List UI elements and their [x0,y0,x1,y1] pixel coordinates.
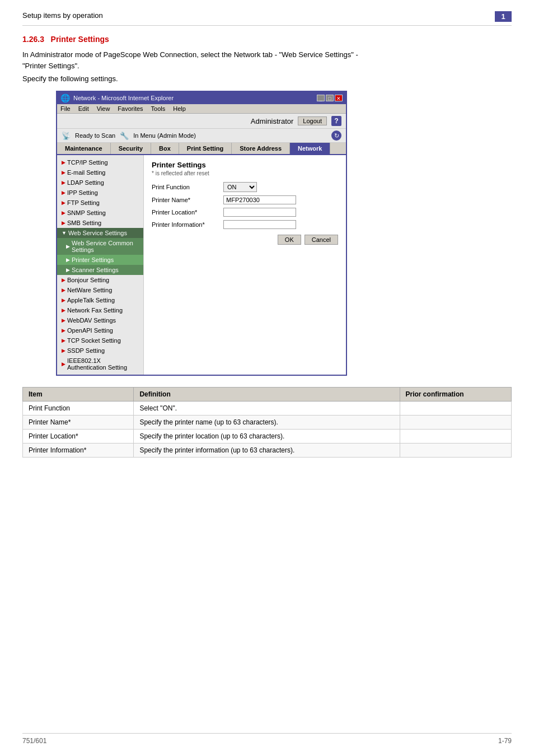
label-print-function: Print Function [152,184,219,190]
sidebar-item-ssdp[interactable]: ▶ SSDP Setting [57,346,143,356]
tab-print-setting[interactable]: Print Setting [179,143,232,154]
browser-content: ▶ TCP/IP Setting ▶ E-mail Setting ▶ LDAP… [57,155,346,375]
select-print-function[interactable]: ON OFF [223,182,257,192]
sidebar-item-smb[interactable]: ▶ SMB Setting [57,218,143,228]
ok-button[interactable]: OK [278,235,301,245]
sidebar-label-networkfax: Network Fax Setting [67,307,123,314]
tab-network[interactable]: Network [290,143,330,154]
form-row-print-function: Print Function ON OFF [152,182,338,192]
sidebar-item-appletalk[interactable]: ▶ AppleTalk Setting [57,295,143,305]
page-footer: 751/601 1-79 [22,733,512,745]
row-def-1: Select "ON". [134,402,400,416]
sidebar-label-tcpsocket: TCP Socket Setting [67,337,121,344]
btn-row: OK Cancel [152,235,338,245]
browser-controls[interactable]: _ □ ✕ [317,95,343,101]
header-left-text: Setup items by operation [22,11,103,20]
arrow-icon: ▶ [62,297,65,303]
row-item-4: Printer Information* [23,444,134,458]
sidebar-item-ipp[interactable]: ▶ IPP Setting [57,188,143,198]
sidebar-item-ldap[interactable]: ▶ LDAP Setting [57,178,143,188]
sidebar-item-networkfax[interactable]: ▶ Network Fax Setting [57,305,143,315]
arrow-icon: ▶ [62,160,65,165]
arrow-icon: ▶ [62,170,65,175]
arrow-icon: ▶ [62,180,65,185]
sidebar-label-scanner: Scanner Settings [72,267,119,273]
sidebar-item-ieee[interactable]: ▶ IEEE802.1X Authentication Setting [57,356,143,372]
sidebar-item-bonjour[interactable]: ▶ Bonjour Setting [57,275,143,285]
close-button[interactable]: ✕ [335,95,343,101]
sidebar-label-webservice: Web Service Settings [68,230,127,236]
sidebar-label-smb: SMB Setting [67,220,101,226]
row-def-4: Specify the printer information (up to 6… [134,444,400,458]
arrow-icon: ▶ [66,257,70,263]
sidebar-item-tcpsocket[interactable]: ▶ TCP Socket Setting [57,335,143,346]
arrow-icon: ▶ [62,361,65,367]
sidebar-item-openapi[interactable]: ▶ OpenAPI Setting [57,325,143,335]
sidebar-item-email[interactable]: ▶ E-mail Setting [57,167,143,178]
sidebar-item-tcpip[interactable]: ▶ TCP/IP Setting [57,157,143,167]
menu-edit[interactable]: Edit [78,105,89,112]
tab-box[interactable]: Box [151,143,179,154]
tab-security[interactable]: Security [111,143,151,154]
arrow-icon: ▶ [62,220,65,226]
sidebar-item-scanner[interactable]: ▶ Scanner Settings [57,265,143,275]
row-prior-2 [400,416,511,430]
sidebar-label-snmp: SNMP Setting [67,209,106,216]
menu-help[interactable]: Help [173,105,186,112]
sidebar-item-netware[interactable]: ▶ NetWare Setting [57,285,143,295]
browser-icon: 🌐 [60,94,70,102]
sidebar-label-netware: NetWare Setting [67,287,112,293]
row-prior-3 [400,430,511,444]
status-icon1: 📡 [62,132,71,140]
sidebar-label-tcpip: TCP/IP Setting [67,159,108,166]
section-heading: 1.26.3 Printer Settings [22,35,512,44]
browser-status: 📡 Ready to Scan 🔧 In Menu (Admin Mode) ↻ [57,129,346,143]
sidebar-item-printer-settings[interactable]: ▶ Printer Settings [57,255,143,265]
tab-store-address[interactable]: Store Address [232,143,290,154]
section-number: 1.26.3 [22,35,44,44]
tab-maintenance[interactable]: Maintenance [57,143,111,154]
arrow-icon: ▼ [62,230,67,236]
logout-button[interactable]: Logout [298,116,327,125]
menu-view[interactable]: View [97,105,110,112]
restore-button[interactable]: □ [326,95,334,101]
sidebar-item-webcommon[interactable]: ▶ Web Service Common Settings [57,238,143,255]
arrow-icon: ▶ [66,244,70,249]
sidebar-label-ftp: FTP Setting [67,199,100,206]
menu-file[interactable]: File [60,105,71,112]
menu-tools[interactable]: Tools [151,105,166,112]
sidebar-label-email: E-mail Setting [67,169,105,176]
menu-favorites[interactable]: Favorites [118,105,143,112]
refresh-icon[interactable]: ↻ [331,130,341,141]
form-row-printer-name: Printer Name* [152,195,338,204]
help-icon[interactable]: ? [331,116,341,126]
minimize-button[interactable]: _ [317,95,325,101]
sidebar-label-ieee: IEEE802.1X Authentication Setting [67,357,139,371]
row-def-3: Specify the printer location (up to 63 c… [134,430,400,444]
input-printer-name[interactable] [223,195,296,204]
sidebar-label-webcommon: Web Service Common Settings [72,240,139,253]
arrow-icon: ▶ [62,277,65,283]
col-item: Item [23,388,134,402]
input-printer-info[interactable] [223,220,296,229]
sidebar-item-snmp[interactable]: ▶ SNMP Setting [57,208,143,218]
arrow-icon: ▶ [62,328,65,333]
input-printer-location[interactable] [223,208,296,217]
arrow-icon: ▶ [62,348,65,353]
sidebar-item-webservice[interactable]: ▼ Web Service Settings [57,228,143,238]
cancel-button[interactable]: Cancel [305,235,338,245]
row-item-1: Print Function [23,402,134,416]
label-printer-name: Printer Name* [152,197,219,203]
sidebar-label-ipp: IPP Setting [67,189,98,196]
col-prior: Prior confirmation [400,388,511,402]
arrow-icon: ▶ [62,210,65,216]
section-desc1: In Administrator mode of PageScope Web C… [22,49,512,71]
sidebar-item-webdav[interactable]: ▶ WebDAV Settings [57,315,143,325]
row-def-2: Specify the printer name (up to 63 chara… [134,416,400,430]
footer-left: 751/601 [22,737,46,745]
section-title: Printer Settings [51,35,109,44]
section-sub: Specify the following settings. [22,74,512,83]
panel-note: * is reflected after reset [152,170,338,176]
browser-titlebar: 🌐 Network - Microsoft Internet Explorer … [57,92,346,104]
sidebar-item-ftp[interactable]: ▶ FTP Setting [57,198,143,208]
